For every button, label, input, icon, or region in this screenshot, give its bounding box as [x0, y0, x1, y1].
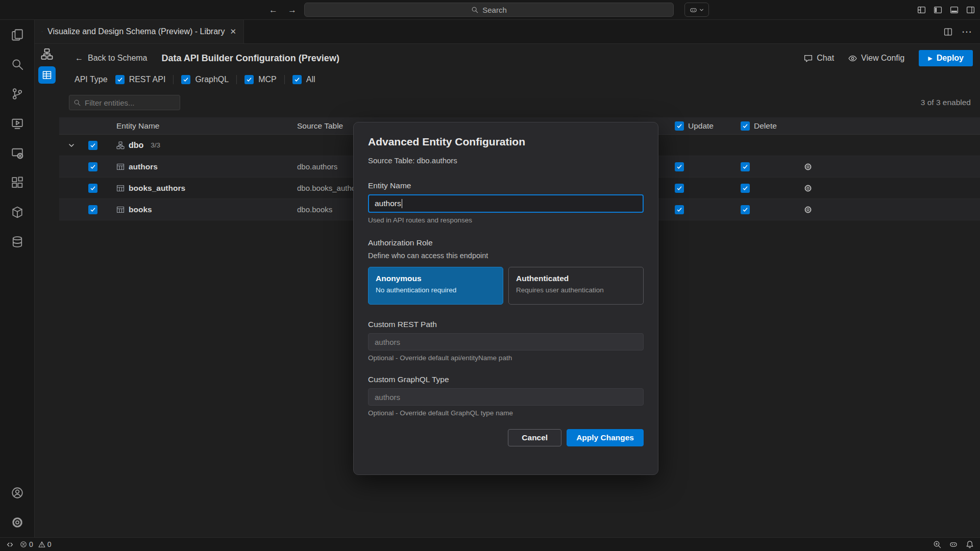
- more-actions-icon[interactable]: ⋯: [962, 27, 972, 37]
- custom-rest-path-help: Optional - Override default api/entityNa…: [368, 354, 644, 362]
- checkbox-delete[interactable]: [741, 205, 750, 214]
- api-builder-view-button[interactable]: [38, 66, 56, 84]
- checkbox-row[interactable]: [88, 205, 97, 214]
- schema-designer-icon: [42, 28, 42, 36]
- activitybar-explorer[interactable]: [0, 20, 35, 49]
- view-config-button[interactable]: View Config: [848, 54, 904, 63]
- deploy-button[interactable]: ▶ Deploy: [919, 50, 973, 66]
- filter-option-all[interactable]: All: [292, 75, 315, 84]
- checkbox-all[interactable]: [292, 75, 302, 84]
- activitybar-extensions[interactable]: [0, 168, 35, 197]
- toggle-sidebar-right-icon[interactable]: [966, 6, 975, 14]
- filter-option-mcp[interactable]: MCP: [244, 75, 277, 84]
- database-icon: [11, 236, 23, 248]
- enabled-count: 3 of 3 enabled: [921, 98, 971, 107]
- activitybar-containers[interactable]: [0, 197, 35, 227]
- activitybar-settings[interactable]: [0, 508, 35, 537]
- authorization-role-help: Define who can access this endpoint: [368, 252, 644, 260]
- entity-search-row: 3 of 3 enabled: [69, 95, 971, 110]
- table-icon: [116, 163, 125, 171]
- checkbox-update[interactable]: [675, 184, 684, 193]
- customize-layout-icon[interactable]: [917, 6, 926, 14]
- checkbox-row[interactable]: [88, 184, 97, 193]
- tab-bar: Visualize and Design Schema (Preview) - …: [35, 20, 980, 44]
- checkbox-delete[interactable]: [741, 162, 750, 171]
- remote-icon: [6, 541, 14, 548]
- activitybar-database-projects[interactable]: [0, 227, 35, 257]
- entity-name: books_authors: [129, 184, 185, 193]
- filter-option-rest-api[interactable]: REST API: [115, 75, 166, 84]
- tab-close-icon[interactable]: ✕: [230, 27, 236, 36]
- tab-visualize-design-schema[interactable]: Visualize and Design Schema (Preview) - …: [35, 20, 244, 43]
- notifications-bell-icon[interactable]: [966, 540, 974, 548]
- checkbox-row[interactable]: [88, 162, 97, 171]
- filter-entities-input[interactable]: [69, 95, 180, 110]
- view-config-label: View Config: [861, 54, 904, 63]
- checkbox-graphql[interactable]: [181, 75, 190, 84]
- search-icon: [74, 99, 81, 106]
- text-cursor: [402, 199, 403, 208]
- custom-graphql-type-input[interactable]: [368, 388, 644, 406]
- authorization-role-label: Authorization Role: [368, 238, 644, 247]
- history-nav: ← →: [269, 0, 297, 20]
- auth-option-authenticated[interactable]: Authenticated Requires user authenticati…: [508, 267, 644, 305]
- row-settings-gear-icon[interactable]: [803, 163, 980, 171]
- toggle-panel-icon[interactable]: [950, 6, 959, 14]
- zoom-icon[interactable]: [933, 540, 941, 548]
- checkbox-update[interactable]: [675, 162, 684, 171]
- custom-rest-path-input[interactable]: [368, 333, 644, 350]
- copilot-status-icon[interactable]: [949, 540, 958, 548]
- filter-option-label: GraphQL: [195, 75, 229, 84]
- group-name: dbo: [129, 141, 143, 150]
- problems-indicator[interactable]: 0 0: [20, 540, 52, 548]
- run-debug-icon: [11, 117, 23, 130]
- entity-name: books: [129, 205, 152, 214]
- schema-diagram-view-button[interactable]: [41, 48, 53, 60]
- entity-name-input[interactable]: authors: [368, 194, 644, 213]
- entity-name-value: authors: [375, 199, 401, 208]
- row-settings-gear-icon[interactable]: [803, 184, 980, 192]
- checkbox-update-all[interactable]: [675, 121, 684, 131]
- chat-button[interactable]: Chat: [804, 54, 834, 63]
- checkbox-mcp[interactable]: [244, 75, 254, 84]
- deploy-button-label: Deploy: [937, 54, 964, 63]
- error-count: 0: [29, 540, 33, 548]
- split-editor-icon[interactable]: [944, 28, 952, 36]
- activitybar-account[interactable]: [0, 478, 35, 508]
- dialog-title: Advanced Entity Configuration: [368, 136, 644, 148]
- filter-option-label: All: [306, 75, 315, 84]
- back-to-schema-link[interactable]: ← Back to Schema: [75, 54, 148, 63]
- divider: [284, 75, 285, 84]
- custom-graphql-type-help: Optional - Override default GraphQL type…: [368, 409, 644, 417]
- remote-indicator[interactable]: [6, 541, 14, 548]
- activitybar-source-control[interactable]: [0, 79, 35, 109]
- history-forward-button[interactable]: →: [288, 5, 297, 15]
- entity-name-label: Entity Name: [368, 181, 644, 190]
- checkbox-rest-api[interactable]: [115, 75, 125, 84]
- row-settings-gear-icon[interactable]: [803, 206, 980, 214]
- history-back-button[interactable]: ←: [269, 5, 278, 15]
- warning-icon: [38, 541, 45, 548]
- column-delete-label: Delete: [754, 121, 777, 131]
- apply-changes-button[interactable]: Apply Changes: [567, 429, 644, 446]
- chevron-down-icon[interactable]: [59, 141, 84, 149]
- designer-view-strip: [35, 44, 59, 537]
- entity-name: authors: [129, 162, 158, 171]
- copilot-menu-button[interactable]: [684, 3, 709, 17]
- filter-option-graphql[interactable]: GraphQL: [181, 75, 229, 84]
- activitybar-search[interactable]: [0, 49, 35, 79]
- checkbox-update[interactable]: [675, 205, 684, 214]
- checkbox-delete[interactable]: [741, 184, 750, 193]
- activitybar-sql-connections[interactable]: [0, 138, 35, 168]
- checkbox-group-dbo[interactable]: [88, 141, 97, 150]
- toggle-sidebar-left-icon[interactable]: [934, 6, 942, 14]
- checkbox-delete-all[interactable]: [741, 121, 750, 131]
- command-center-search[interactable]: Search: [304, 3, 674, 17]
- activitybar-run-debug[interactable]: [0, 109, 35, 138]
- cancel-button[interactable]: Cancel: [508, 429, 561, 446]
- divider: [173, 75, 174, 84]
- tab-title: Visualize and Design Schema (Preview) - …: [47, 27, 225, 36]
- auth-option-anonymous[interactable]: Anonymous No authentication required: [368, 267, 503, 305]
- dialog-source-table: Source Table: dbo.authors: [368, 156, 644, 165]
- editor-actions: ⋯: [944, 20, 980, 43]
